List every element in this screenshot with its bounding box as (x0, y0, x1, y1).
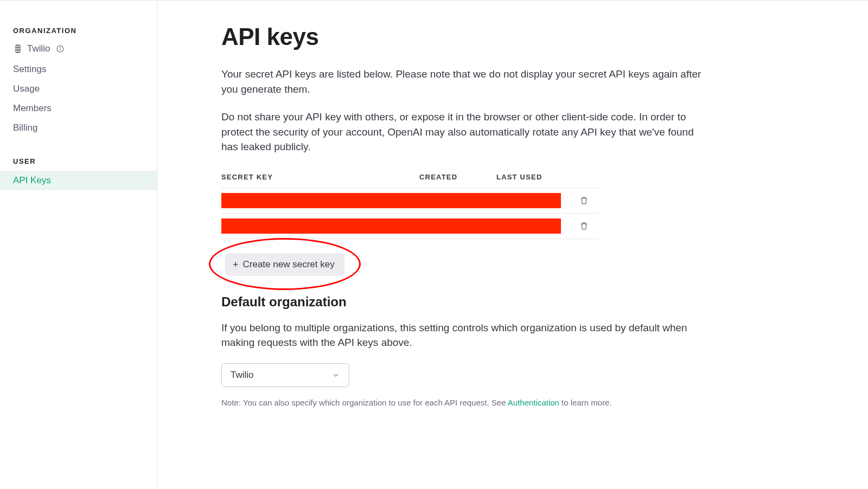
note-prefix: Note: You can also specify which organiz… (221, 398, 508, 407)
info-icon[interactable] (56, 44, 65, 53)
table-header-row: SECRET KEY CREATED LAST USED (221, 168, 598, 188)
default-org-note: Note: You can also specify which organiz… (221, 398, 803, 407)
svg-point-6 (60, 47, 60, 48)
redacted-key-cell (221, 193, 561, 208)
building-icon (13, 44, 23, 54)
sidebar-org-name: Twilio (27, 43, 50, 54)
sidebar-item-usage[interactable]: Usage (0, 79, 157, 99)
sidebar-heading-user: USER (0, 157, 157, 171)
authentication-link[interactable]: Authentication (508, 398, 559, 407)
create-key-wrap: + Create new secret key (221, 253, 803, 276)
sidebar-item-label: API Keys (13, 175, 51, 186)
sidebar-item-label: Members (13, 103, 52, 114)
default-org-selected: Twilio (231, 370, 254, 381)
sidebar-item-label: Billing (13, 123, 37, 133)
table-header-secret-key: SECRET KEY (221, 173, 419, 181)
plus-icon: + (233, 260, 239, 269)
row-actions (561, 196, 598, 205)
sidebar-item-label: Settings (13, 64, 46, 75)
sidebar-item-members[interactable]: Members (0, 99, 157, 118)
note-suffix: to learn more. (559, 398, 612, 407)
sidebar-item-api-keys[interactable]: API Keys (0, 171, 157, 190)
api-keys-table: SECRET KEY CREATED LAST USED (221, 168, 598, 239)
default-org-select[interactable]: Twilio (221, 363, 349, 387)
intro-paragraph-2: Do not share your API key with others, o… (221, 110, 710, 155)
sidebar-item-billing[interactable]: Billing (0, 118, 157, 138)
sidebar: ORGANIZATION Twilio Settings (0, 1, 157, 489)
create-button-label: Create new secret key (243, 259, 335, 270)
trash-icon[interactable] (579, 196, 589, 205)
create-secret-key-button[interactable]: + Create new secret key (225, 253, 344, 276)
sidebar-item-label: Usage (13, 83, 40, 94)
table-row (221, 188, 598, 214)
sidebar-item-settings[interactable]: Settings (0, 60, 157, 79)
redacted-key-cell (221, 218, 561, 234)
default-org-paragraph: If you belong to multiple organizations,… (221, 320, 710, 350)
table-row (221, 214, 598, 239)
page-title: API keys (221, 23, 803, 50)
sidebar-heading-organization: ORGANIZATION (0, 27, 157, 40)
intro-paragraph-1: Your secret API keys are listed below. P… (221, 67, 710, 96)
main-content: API keys Your secret API keys are listed… (157, 1, 868, 489)
table-header-last-used: LAST USED (496, 173, 598, 181)
default-organization-heading: Default organization (221, 294, 803, 310)
row-actions (561, 221, 598, 230)
trash-icon[interactable] (579, 221, 589, 230)
chevron-down-icon (331, 371, 340, 379)
sidebar-org-row[interactable]: Twilio (0, 40, 157, 60)
table-header-created: CREATED (419, 173, 496, 181)
